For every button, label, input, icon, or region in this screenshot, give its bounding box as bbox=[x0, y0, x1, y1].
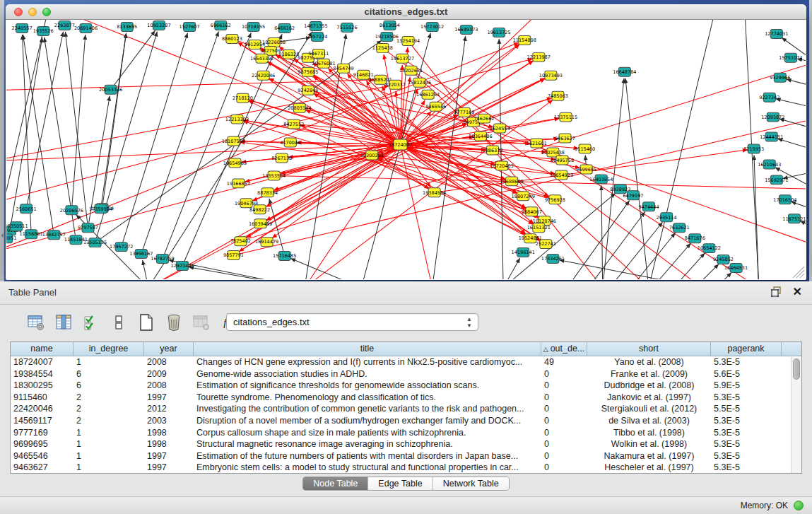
network-node[interactable]: 19613725 bbox=[487, 28, 510, 37]
network-node[interactable]: 2240557 bbox=[12, 23, 33, 33]
network-node[interactable]: 6479197 bbox=[623, 191, 643, 200]
network-node[interactable]: 9797587 bbox=[78, 223, 98, 233]
table-select-dropdown[interactable]: citations_edges.txt ▲▼ bbox=[226, 313, 478, 331]
table-row[interactable]: 946554611997Estimation of the future num… bbox=[11, 450, 801, 462]
network-node[interactable]: 15692971 bbox=[765, 175, 788, 185]
network-node[interactable]: 12774031 bbox=[765, 29, 788, 38]
network-node[interactable]: 20053346 bbox=[99, 85, 122, 94]
citation-edge-black[interactable] bbox=[777, 139, 806, 150]
table-row[interactable]: 911546021997Tourette syndrome. Phenomeno… bbox=[11, 392, 801, 404]
citation-edge-black[interactable] bbox=[559, 260, 702, 279]
scrollbar-thumb[interactable] bbox=[793, 358, 800, 380]
network-window[interactable]: citations_edges.txt 18724007183002952240… bbox=[6, 4, 806, 280]
network-node[interactable]: 15751074 bbox=[779, 53, 802, 62]
network-node[interactable]: 2522741 bbox=[536, 240, 556, 249]
table-row[interactable]: 1938455462009Genome-wide association stu… bbox=[11, 368, 801, 380]
citation-edge-black[interactable] bbox=[71, 35, 85, 210]
network-node[interactable]: 8267130 bbox=[271, 153, 292, 163]
network-node[interactable]: 17334261 bbox=[541, 255, 565, 264]
network-node[interactable]: 19218506 bbox=[375, 32, 399, 41]
network-node[interactable]: 16914479 bbox=[255, 238, 278, 247]
network-node[interactable]: 8427552 bbox=[283, 119, 304, 129]
network-node[interactable]: 17359924 bbox=[89, 204, 112, 214]
tab-node-table[interactable]: Node Table bbox=[303, 477, 368, 490]
table-row[interactable]: 2242004622012Investigating the contribut… bbox=[11, 403, 801, 415]
citation-edge-red[interactable] bbox=[274, 175, 806, 189]
network-node[interactable]: 12213302 bbox=[225, 115, 249, 124]
close-panel-icon[interactable]: ✕ bbox=[793, 286, 802, 298]
table-row[interactable]: 1830029562008Estimation of significance … bbox=[11, 380, 801, 392]
network-canvas[interactable]: 1872400718300295224055719355262263877206… bbox=[6, 20, 806, 279]
network-node[interactable]: 19613727 bbox=[391, 54, 414, 63]
network-node[interactable]: 4170046 bbox=[280, 138, 300, 147]
tab-edge-table[interactable]: Edge Table bbox=[368, 477, 433, 490]
network-node[interactable]: 13353554 bbox=[262, 171, 286, 180]
network-node[interactable]: 9756928 bbox=[545, 195, 565, 204]
citation-edge-black[interactable] bbox=[791, 201, 806, 210]
citation-edge-red[interactable] bbox=[148, 145, 401, 279]
network-node[interactable]: 12923446 bbox=[170, 262, 194, 271]
new-column-icon[interactable] bbox=[137, 313, 155, 332]
network-node[interactable]: 20691406 bbox=[74, 23, 98, 33]
network-node[interactable]: 16151321 bbox=[527, 223, 551, 233]
citation-network-graph[interactable]: 1872400718300295224055719355262263877206… bbox=[6, 20, 806, 279]
network-node[interactable]: 7625402 bbox=[230, 237, 251, 246]
network-node[interactable]: 8471676 bbox=[685, 234, 705, 243]
column-header-in-degree[interactable]: in_degree bbox=[73, 342, 144, 356]
network-node[interactable]: 16210643 bbox=[758, 160, 781, 169]
network-node[interactable]: 16403954 bbox=[589, 175, 613, 184]
network-node[interactable]: 19166852 bbox=[227, 179, 250, 188]
network-node[interactable]: 10973493 bbox=[539, 71, 563, 80]
network-node[interactable]: 2263877 bbox=[54, 21, 75, 30]
citation-edge-black[interactable] bbox=[716, 272, 731, 279]
citation-edge-black[interactable] bbox=[601, 185, 603, 279]
network-node[interactable]: 10654122 bbox=[698, 244, 721, 253]
network-node[interactable]: 16039489 bbox=[249, 219, 272, 228]
network-node[interactable]: 10953287 bbox=[147, 21, 170, 30]
network-node[interactable]: 12093872 bbox=[761, 112, 784, 122]
network-node[interactable]: 9463627 bbox=[555, 134, 575, 143]
network-node[interactable]: 8220337 bbox=[385, 80, 406, 89]
citation-edge-black[interactable] bbox=[143, 260, 148, 279]
network-node[interactable]: 9474444 bbox=[638, 202, 659, 211]
citation-edge-black[interactable] bbox=[776, 99, 806, 108]
table-row[interactable]: 1872400712008Changes of HCN gene express… bbox=[11, 356, 801, 368]
network-node[interactable]: 16649373 bbox=[454, 25, 478, 34]
column-header-year[interactable]: year bbox=[144, 342, 194, 356]
network-node[interactable]: 14196141 bbox=[512, 248, 535, 257]
delete-column-icon[interactable] bbox=[165, 313, 183, 332]
network-node[interactable]: 13505135 bbox=[83, 238, 107, 247]
network-node[interactable]: 13254194 bbox=[396, 36, 420, 45]
citation-edge-black[interactable] bbox=[10, 37, 42, 230]
network-node[interactable]: 9227342 bbox=[759, 93, 779, 102]
citation-edge-black[interactable] bbox=[290, 259, 361, 279]
network-node[interactable]: 20676081 bbox=[312, 59, 335, 68]
citation-edge-black[interactable] bbox=[6, 20, 49, 252]
network-node[interactable]: 3313951 bbox=[6, 234, 17, 243]
column-header-short[interactable]: short bbox=[587, 342, 711, 356]
network-node[interactable]: 14671355 bbox=[304, 21, 327, 30]
network-node[interactable]: 9329966 bbox=[770, 73, 790, 82]
network-node[interactable]: 2935114 bbox=[657, 213, 677, 222]
network-node[interactable]: 1125438 bbox=[372, 43, 393, 52]
network-node[interactable]: 9245052 bbox=[713, 255, 734, 264]
network-node[interactable]: 10719155 bbox=[242, 22, 265, 31]
citation-edge-black[interactable] bbox=[189, 267, 305, 279]
network-node[interactable]: 2560651 bbox=[16, 204, 37, 214]
network-node[interactable]: 9684067 bbox=[522, 207, 542, 216]
network-window-titlebar[interactable]: citations_edges.txt bbox=[6, 4, 806, 20]
network-node[interactable]: 7957224 bbox=[307, 32, 327, 41]
citation-edge-black[interactable] bbox=[141, 31, 219, 254]
left-splitter[interactable] bbox=[0, 0, 4, 281]
network-node[interactable]: 8215953 bbox=[743, 144, 764, 153]
network-node[interactable]: 6966162 bbox=[211, 21, 231, 30]
network-node[interactable]: 16782759 bbox=[151, 255, 174, 264]
network-node[interactable]: 13958167 bbox=[129, 250, 153, 259]
citation-edge-black[interactable] bbox=[673, 253, 705, 279]
network-node[interactable]: 8133695 bbox=[117, 22, 137, 31]
citation-edge-black[interactable] bbox=[754, 155, 759, 279]
network-node[interactable]: 7485063 bbox=[548, 91, 568, 100]
network-node[interactable]: 17957272 bbox=[110, 243, 133, 252]
citation-edge-black[interactable] bbox=[499, 39, 503, 279]
delete-table-icon[interactable] bbox=[192, 313, 211, 332]
